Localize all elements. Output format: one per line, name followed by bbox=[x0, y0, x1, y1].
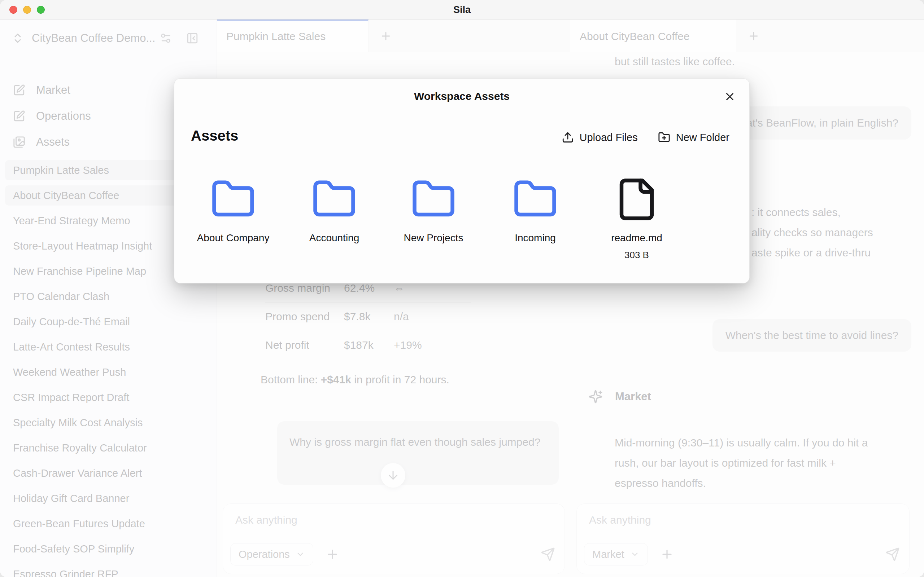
tab-label: Pumpkin Latte Sales bbox=[226, 30, 326, 43]
asset-grid: About Company Accounting New Projects In… bbox=[174, 177, 750, 278]
bottom-line: Bottom line: +$41k in profit in 72 hours… bbox=[261, 374, 449, 386]
file-icon bbox=[614, 177, 659, 222]
window-title: Sila bbox=[0, 0, 924, 19]
workspace-switcher-icon[interactable] bbox=[11, 32, 24, 44]
send-button[interactable] bbox=[541, 547, 555, 561]
collapse-sidebar-icon[interactable] bbox=[186, 32, 199, 44]
new-tab-button[interactable] bbox=[746, 28, 762, 44]
document-list-item[interactable]: Franchise Royalty Calculator bbox=[5, 438, 212, 458]
ask-anything-input[interactable]: Ask anything bbox=[235, 514, 297, 526]
arrow-down-icon bbox=[386, 469, 399, 482]
assistant-text-fragment: ality checks so managers bbox=[751, 226, 873, 240]
document-list-item[interactable]: Food-Safety SOP Simplify bbox=[5, 539, 212, 559]
workspace-name[interactable]: CityBean Coffee Demo... bbox=[32, 32, 157, 45]
document-list-item[interactable]: Daily Coup-de-Thé Email bbox=[5, 311, 212, 332]
upload-files-button[interactable]: Upload Files bbox=[562, 131, 638, 143]
folder-icon bbox=[512, 177, 558, 222]
document-title: Specialty Milk Cost Analysis bbox=[13, 417, 142, 429]
send-button[interactable] bbox=[885, 547, 900, 561]
document-list-item[interactable]: PTO Calendar Clash bbox=[5, 286, 212, 306]
chevron-down-icon bbox=[296, 550, 305, 559]
file-name: readme.md bbox=[611, 232, 662, 244]
section-title: Market bbox=[615, 390, 651, 403]
sparkles-icon bbox=[588, 390, 603, 404]
new-folder-label: New Folder bbox=[676, 132, 729, 143]
tab-about-citybean-coffee[interactable]: About CityBean Coffee bbox=[570, 19, 736, 52]
app-window: CityBean Coffee Demo... Market bbox=[0, 0, 924, 577]
context-selector[interactable]: Operations bbox=[230, 543, 313, 566]
document-title: Food-Safety SOP Simplify bbox=[13, 543, 134, 555]
folder-name: Accounting bbox=[309, 232, 360, 244]
upload-icon bbox=[562, 131, 574, 143]
document-title: Latte-Art Contest Results bbox=[13, 341, 130, 353]
context-selector[interactable]: Market bbox=[584, 543, 648, 566]
assistant-paragraph: Mid-morning (9:30–11) is usually calm. I… bbox=[615, 433, 868, 493]
compose-icon bbox=[13, 84, 36, 96]
send-icon bbox=[885, 547, 900, 561]
document-title: CSR Impact Report Draft bbox=[13, 392, 129, 403]
table-row: Net profit $187k +19% bbox=[265, 331, 471, 359]
document-title: PTO Calendar Clash bbox=[13, 291, 109, 303]
document-title: Store-Layout Heatmap Insight bbox=[13, 240, 152, 252]
context-label: Market bbox=[592, 548, 624, 561]
file-size: 303 B bbox=[624, 250, 649, 261]
document-list-item[interactable]: Weekend Weather Push bbox=[5, 362, 212, 382]
compose-icon bbox=[13, 110, 36, 122]
close-modal-button[interactable] bbox=[723, 89, 737, 104]
document-list-item[interactable]: Specialty Milk Cost Analysis bbox=[5, 413, 212, 433]
metric-value: $187k bbox=[344, 339, 394, 351]
folder-plus-icon bbox=[658, 131, 670, 143]
scroll-to-bottom-button[interactable] bbox=[381, 463, 405, 488]
document-list-item[interactable]: CSR Impact Report Draft bbox=[5, 387, 212, 408]
document-title: Franchise Royalty Calculator bbox=[13, 442, 147, 454]
folder-name: About Company bbox=[197, 232, 270, 244]
plus-icon bbox=[380, 30, 392, 42]
metric-value: 62.4% bbox=[344, 282, 394, 294]
middle-tabbar: Pumpkin Latte Sales bbox=[217, 19, 570, 52]
context-label: Operations bbox=[239, 548, 290, 561]
folder-icon bbox=[411, 177, 456, 222]
workspace-settings-icon[interactable] bbox=[160, 32, 172, 44]
attach-button[interactable] bbox=[660, 548, 674, 561]
modal-title: Workspace Assets bbox=[174, 90, 749, 102]
kpi-table: Gross margin 62.4% ⇔ Promo spend $7.8k n… bbox=[265, 274, 471, 359]
folder-item[interactable]: Incoming bbox=[494, 177, 577, 244]
new-tab-button[interactable] bbox=[378, 28, 394, 44]
workspace-assets-modal: Workspace Assets Assets Upload Files New… bbox=[174, 78, 750, 284]
document-list-item[interactable]: Holiday Gift Card Banner bbox=[5, 488, 212, 508]
metric-label: Gross margin bbox=[265, 282, 344, 294]
document-list-item[interactable]: Latte-Art Contest Results bbox=[5, 337, 212, 357]
folder-item[interactable]: About Company bbox=[192, 177, 275, 244]
document-title: About CityBean Coffee bbox=[13, 190, 120, 201]
titlebar: Sila bbox=[0, 0, 924, 19]
document-title: Daily Coup-de-Thé Email bbox=[13, 316, 130, 328]
middle-composer: Ask anything Operations bbox=[223, 503, 565, 574]
sidebar-item-label: Operations bbox=[36, 110, 91, 122]
workspace-header: CityBean Coffee Demo... bbox=[0, 28, 217, 48]
metric-delta: ⇔ bbox=[394, 282, 405, 294]
document-title: Weekend Weather Push bbox=[13, 366, 126, 378]
file-item[interactable]: readme.md 303 B bbox=[595, 177, 678, 261]
right-tabbar: About CityBean Coffee bbox=[570, 19, 924, 52]
folder-name: Incoming bbox=[515, 232, 556, 244]
chevron-down-icon bbox=[630, 550, 640, 559]
metric-delta: n/a bbox=[394, 311, 409, 323]
attach-button[interactable] bbox=[326, 548, 339, 561]
document-title: Cash-Drawer Variance Alert bbox=[13, 467, 142, 479]
document-title: New Franchise Pipeline Map bbox=[13, 266, 146, 277]
ask-anything-input[interactable]: Ask anything bbox=[589, 514, 651, 526]
assistant-text: but still tastes like coffee. bbox=[615, 55, 735, 69]
folder-icon bbox=[312, 177, 357, 222]
document-list-item[interactable]: Espresso Grinder RFP bbox=[5, 564, 212, 577]
user-message-bubble: Why is gross margin flat even though sal… bbox=[277, 421, 559, 485]
new-folder-button[interactable]: New Folder bbox=[658, 131, 729, 143]
plus-icon bbox=[748, 30, 760, 42]
tab-pumpkin-latte-sales[interactable]: Pumpkin Latte Sales bbox=[217, 19, 368, 52]
user-message-bubble: When's the best time to avoid lines? bbox=[712, 319, 911, 351]
folder-item[interactable]: Accounting bbox=[293, 177, 376, 244]
document-list-item[interactable]: Green-Bean Futures Update bbox=[5, 514, 212, 534]
document-list-item[interactable]: Cash-Drawer Variance Alert bbox=[5, 463, 212, 483]
folder-item[interactable]: New Projects bbox=[392, 177, 475, 244]
metric-label: Promo spend bbox=[265, 311, 344, 323]
metric-label: Net profit bbox=[265, 339, 344, 351]
